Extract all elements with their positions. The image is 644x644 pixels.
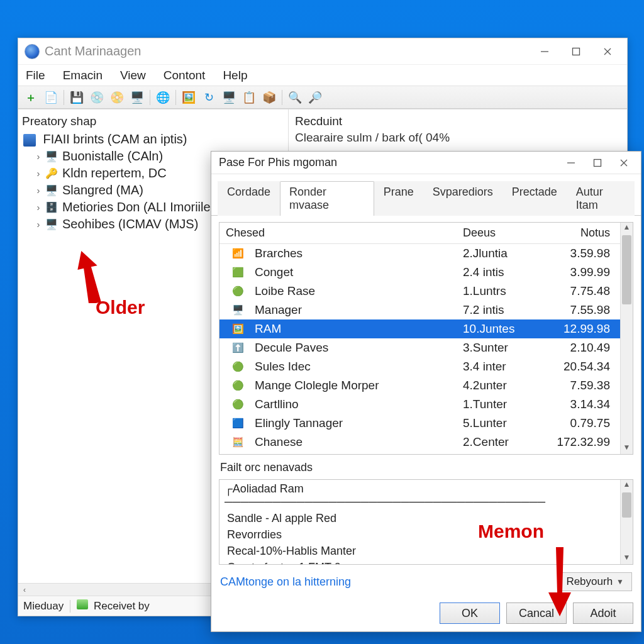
tree-item-label: Metiories Don (ALI Imoriile xyxy=(62,200,211,214)
help-link[interactable]: CAMtonge on la hitterning xyxy=(220,575,351,589)
detail-line: Revorrdies xyxy=(226,526,614,543)
tool-save-icon[interactable]: 💾 xyxy=(68,89,86,106)
maximize-button[interactable] xyxy=(560,40,592,63)
tool-doc-icon[interactable]: 📄 xyxy=(42,89,60,106)
tab-svparediors[interactable]: Svparediors xyxy=(423,181,502,216)
vertical-scrollbar[interactable]: ▲ ▼ xyxy=(620,480,633,564)
row-deeus: 1.Luntrs xyxy=(457,284,538,298)
chevron-right-icon: › xyxy=(33,168,43,179)
table-row[interactable]: 🟢Mange Clolegle Morper4.2unter7.59.38 xyxy=(219,376,620,395)
chevron-right-icon: › xyxy=(33,202,43,213)
row-icon: 🟢 xyxy=(231,360,245,373)
table-row[interactable]: ⬆️Decule Paves3.Sunter2.10.49 xyxy=(219,338,620,357)
tree-root[interactable]: FIAII brints (CAM an iptis) xyxy=(22,131,284,148)
tool-refresh-icon[interactable]: ↻ xyxy=(200,89,218,106)
menu-help[interactable]: Help xyxy=(223,69,247,82)
tree-item-label: Kldn repertem, DC xyxy=(62,166,167,180)
tab-prectade[interactable]: Prectade xyxy=(502,181,567,216)
close-button[interactable] xyxy=(592,40,623,63)
row-deeus: 2.Jluntia xyxy=(457,247,538,260)
row-deeus: 1.Tunter xyxy=(457,397,538,411)
status-left: Mieduay xyxy=(23,600,64,613)
row-name: Manager xyxy=(248,303,457,317)
scroll-up-icon[interactable]: ▲ xyxy=(621,480,633,491)
dialog-minimize-button[interactable] xyxy=(558,153,584,172)
tab-autur-itam[interactable]: Autur Itam xyxy=(567,181,635,216)
dialog-maximize-button[interactable] xyxy=(584,153,611,172)
table-row[interactable]: 🖥️Manager7.2 intis7.55.98 xyxy=(219,301,620,319)
link-row: CAMtonge on la hitterning Rebyourh ▼ xyxy=(220,572,632,591)
table-row[interactable]: 🧮Chanese2.Center172.32.99 xyxy=(219,433,620,452)
tool-monitor-icon[interactable]: 🖥️ xyxy=(128,89,146,106)
table-row[interactable]: 🟢Loibe Rase1.Luntrs7.75.48 xyxy=(219,282,620,301)
tool-picture-icon[interactable]: 🖼️ xyxy=(180,89,197,106)
cancel-button[interactable]: Cancal xyxy=(506,602,567,624)
minimize-button[interactable] xyxy=(529,40,560,63)
row-notus: 3.99.99 xyxy=(538,265,620,279)
tool-search-icon[interactable]: 🔍 xyxy=(286,89,304,106)
scroll-down-icon[interactable]: ▼ xyxy=(621,553,633,564)
row-icon: 🟢 xyxy=(231,379,245,392)
rebyourh-dropdown[interactable]: Rebyourh ▼ xyxy=(558,572,632,591)
right-pane-title: Recduint xyxy=(295,114,621,128)
tool-globe-icon[interactable]: 🌐 xyxy=(154,89,172,106)
svg-rect-1 xyxy=(594,159,601,166)
column-deeus[interactable]: Deeus xyxy=(457,223,538,243)
tab-ronder-mvaase[interactable]: Ronder mvaase xyxy=(280,181,374,216)
menu-contont[interactable]: Contont xyxy=(164,69,206,82)
table-row[interactable]: 🟦Elingly Tannager5.Lunter0.79.75 xyxy=(219,414,620,433)
scroll-left-icon[interactable]: ‹ xyxy=(18,586,31,594)
scrollbar-thumb[interactable] xyxy=(622,492,631,518)
titlebar: Cant Marinaagen xyxy=(18,38,627,65)
table-row[interactable]: 🖼️RAM10.Juntes12.99.98 xyxy=(219,319,620,338)
svg-rect-0 xyxy=(573,48,580,55)
tabbar: Cordade Ronder mvaase Prane Svparediors … xyxy=(211,174,641,216)
menu-file[interactable]: File xyxy=(26,69,45,82)
table-row[interactable]: 🟢Cartllino1.Tunter3.14.34 xyxy=(219,395,620,414)
column-chesed[interactable]: Chesed xyxy=(219,223,457,243)
node-icon: 🖥️ xyxy=(45,218,58,231)
tool-add-icon[interactable]: ＋ xyxy=(22,89,40,106)
chevron-right-icon: › xyxy=(33,219,43,230)
menu-view[interactable]: View xyxy=(120,69,146,82)
menu-emacin[interactable]: Emacin xyxy=(63,69,103,82)
app-icon xyxy=(25,44,40,59)
scroll-up-icon[interactable]: ▲ xyxy=(621,223,633,234)
dialog-close-button[interactable] xyxy=(611,153,637,172)
tree-root-icon xyxy=(23,134,36,147)
table-row[interactable]: 📶Brarches2.Jluntia3.59.98 xyxy=(219,244,620,263)
column-notus[interactable]: Notus xyxy=(538,223,620,243)
scroll-down-icon[interactable]: ▼ xyxy=(621,443,633,454)
node-icon: 🖥️ xyxy=(45,150,58,163)
row-notus: 3.14.34 xyxy=(538,397,620,411)
tool-disk-icon[interactable]: 💿 xyxy=(88,89,106,106)
properties-dialog: Pase For Phis mgoman Cordade Ronder mvaa… xyxy=(211,151,641,632)
table-row[interactable]: 🟢Sules Idec3.4 inter20.54.34 xyxy=(219,357,620,376)
tool-list-icon[interactable]: 📋 xyxy=(240,89,258,106)
tab-cordade[interactable]: Cordade xyxy=(218,181,280,216)
detail-line: Sandle - Al apple Red xyxy=(226,510,614,526)
list-header: Chesed Deeus Notus xyxy=(219,223,620,244)
row-icon: 🟦 xyxy=(231,417,245,430)
vertical-scrollbar[interactable]: ▲ ▼ xyxy=(620,223,633,454)
tree-item-label: Slangred (MA) xyxy=(62,183,143,197)
toolbar-separator xyxy=(64,90,64,105)
chevron-right-icon: › xyxy=(33,151,43,162)
row-notus: 7.59.38 xyxy=(538,379,620,392)
row-name: Mange Clolegle Morper xyxy=(248,379,457,392)
tool-cd-icon[interactable]: 📀 xyxy=(108,89,126,106)
row-icon: 🟢 xyxy=(231,285,245,297)
toolbar-separator xyxy=(150,90,150,105)
tool-screen-icon[interactable]: 🖥️ xyxy=(220,89,238,106)
row-name: Brarches xyxy=(248,247,457,260)
row-deeus: 5.Lunter xyxy=(457,416,538,430)
ok-button[interactable]: OK xyxy=(440,602,500,624)
tool-pack-icon[interactable]: 📦 xyxy=(260,89,278,106)
table-row[interactable]: 🟩Conget2.4 intis3.99.99 xyxy=(219,263,620,282)
scrollbar-thumb[interactable] xyxy=(622,235,631,304)
tree-item-label: Seohibes (ICMAV (MJS) xyxy=(62,217,198,231)
tool-zoom-icon[interactable]: 🔎 xyxy=(306,89,324,106)
tab-prane[interactable]: Prane xyxy=(374,181,423,216)
adoit-button[interactable]: Adoit xyxy=(573,602,633,624)
row-icon: 🖼️ xyxy=(231,323,245,335)
